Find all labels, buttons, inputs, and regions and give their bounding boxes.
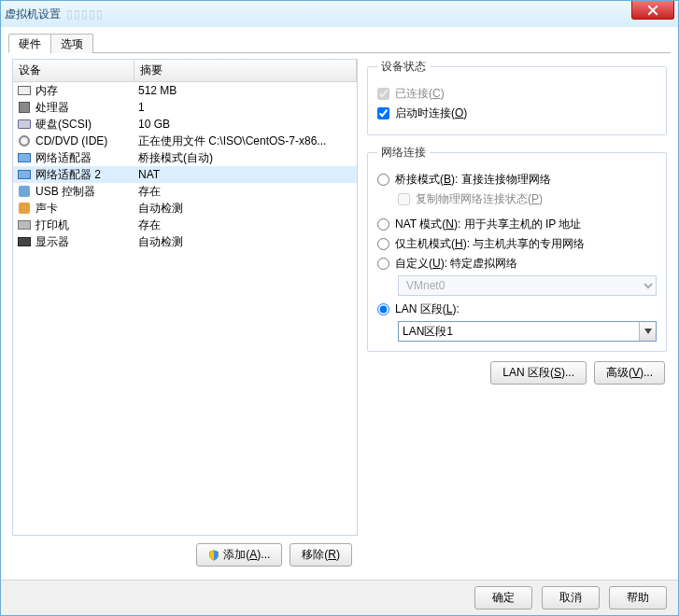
lan-label: LAN 区段(L): xyxy=(395,301,460,317)
help-button[interactable]: 帮助 xyxy=(609,586,667,609)
device-detail-panel: 设备状态 已连接(C) 启动时连接(O) 网络连接 桥接模式(B): 直接连接物 xyxy=(367,59,667,574)
device-row[interactable]: 处理器1 xyxy=(13,99,357,116)
device-list-buttons: 添加(A)... 移除(R) xyxy=(12,536,358,574)
titlebar: 虚拟机设置 ▯▯▯▯▯ xyxy=(1,1,678,27)
device-name: 打印机 xyxy=(35,217,138,233)
advanced-label: 高级(V)... xyxy=(606,365,653,381)
custom-radio[interactable] xyxy=(377,258,389,270)
connect-at-poweron-label: 启动时连接(O) xyxy=(395,105,467,121)
usb-icon xyxy=(17,184,32,199)
tab-strip: 硬件 选项 xyxy=(8,33,671,53)
device-row[interactable]: 硬盘(SCSI)10 GB xyxy=(13,116,357,133)
hostonly-radio[interactable] xyxy=(377,238,389,250)
custom-radio-row[interactable]: 自定义(U): 特定虚拟网络 xyxy=(377,256,657,272)
device-list-header: 设备 摘要 xyxy=(13,60,357,82)
device-row[interactable]: 网络适配器桥接模式(自动) xyxy=(13,149,357,166)
window-title: 虚拟机设置 xyxy=(5,7,61,22)
nat-label: NAT 模式(N): 用于共享主机的 IP 地址 xyxy=(395,217,581,232)
device-name: 处理器 xyxy=(35,100,138,116)
disk-icon xyxy=(17,117,32,132)
connected-checkbox xyxy=(377,88,389,100)
device-name: 网络适配器 2 xyxy=(35,167,138,183)
device-summary: 桥接模式(自动) xyxy=(138,150,353,166)
device-summary: 1 xyxy=(138,101,353,114)
hostonly-label: 仅主机模式(H): 与主机共享的专用网络 xyxy=(395,236,585,252)
ok-button[interactable]: 确定 xyxy=(474,586,532,609)
custom-vmnet-select: VMnet0 xyxy=(398,275,657,296)
tab-options[interactable]: 选项 xyxy=(50,34,93,53)
help-label: 帮助 xyxy=(627,590,649,606)
add-button[interactable]: 添加(A)... xyxy=(196,543,282,567)
device-summary: 正在使用文件 C:\ISO\CentOS-7-x86... xyxy=(138,133,353,149)
tab-options-label: 选项 xyxy=(61,37,83,50)
chevron-down-icon xyxy=(644,329,652,334)
remove-label: 移除(R) xyxy=(302,547,340,563)
device-name: 声卡 xyxy=(35,201,138,217)
connect-at-poweron-row[interactable]: 启动时连接(O) xyxy=(377,105,657,121)
replicate-checkbox xyxy=(398,193,410,205)
device-row[interactable]: 显示器自动检测 xyxy=(13,233,357,250)
device-summary: 存在 xyxy=(138,184,353,200)
col-summary[interactable]: 摘要 xyxy=(134,60,357,81)
col-device[interactable]: 设备 xyxy=(13,60,134,81)
device-row[interactable]: 声卡自动检测 xyxy=(13,200,357,217)
device-name: USB 控制器 xyxy=(35,184,138,200)
device-summary: 存在 xyxy=(138,217,353,233)
titlebar-ghost: ▯▯▯▯▯ xyxy=(66,7,104,21)
combo-arrow[interactable] xyxy=(639,322,656,341)
custom-label: 自定义(U): 特定虚拟网络 xyxy=(395,256,517,272)
device-name: 硬盘(SCSI) xyxy=(35,117,138,133)
device-list[interactable]: 内存512 MB处理器1硬盘(SCSI)10 GBCD/DVD (IDE)正在使… xyxy=(13,82,357,535)
cd-icon xyxy=(17,133,32,148)
ok-label: 确定 xyxy=(492,590,515,606)
replicate-row: 复制物理网络连接状态(P) xyxy=(398,191,657,207)
device-summary: NAT xyxy=(138,168,353,181)
dialog-footer: 确定 取消 帮助 xyxy=(1,580,678,615)
device-row[interactable]: 打印机存在 xyxy=(13,217,357,233)
lan-segment-combo[interactable] xyxy=(398,321,657,342)
connected-label: 已连接(C) xyxy=(395,86,445,102)
cpu-icon xyxy=(17,100,32,115)
device-status-group: 设备状态 已连接(C) 启动时连接(O) xyxy=(367,59,667,135)
device-row[interactable]: CD/DVD (IDE)正在使用文件 C:\ISO\CentOS-7-x86..… xyxy=(13,133,357,149)
lan-radio-row[interactable]: LAN 区段(L): xyxy=(377,301,657,317)
device-row[interactable]: 网络适配器 2NAT xyxy=(13,166,357,183)
close-icon xyxy=(647,5,658,16)
device-row[interactable]: USB 控制器存在 xyxy=(13,183,357,200)
network-extra-buttons: LAN 区段(S)... 高级(V)... xyxy=(367,361,667,385)
connect-at-poweron-checkbox[interactable] xyxy=(377,107,389,119)
lan-segments-label: LAN 区段(S)... xyxy=(502,365,574,381)
tab-body: 设备 摘要 内存512 MB处理器1硬盘(SCSI)10 GBCD/DVD (I… xyxy=(8,53,671,580)
tab-hardware[interactable]: 硬件 xyxy=(8,34,51,53)
lan-segments-button[interactable]: LAN 区段(S)... xyxy=(490,361,587,385)
prn-icon xyxy=(17,217,32,232)
nat-radio[interactable] xyxy=(377,218,389,231)
mon-icon xyxy=(17,234,32,249)
advanced-button[interactable]: 高级(V)... xyxy=(594,361,665,385)
device-row[interactable]: 内存512 MB xyxy=(13,82,357,99)
connected-checkbox-row: 已连接(C) xyxy=(377,86,657,102)
cancel-button[interactable]: 取消 xyxy=(542,586,600,609)
add-label: 添加(A)... xyxy=(223,547,270,563)
net-icon xyxy=(17,167,32,182)
nat-radio-row[interactable]: NAT 模式(N): 用于共享主机的 IP 地址 xyxy=(377,217,657,232)
device-name: CD/DVD (IDE) xyxy=(35,134,138,147)
device-name: 显示器 xyxy=(35,234,138,250)
remove-button[interactable]: 移除(R) xyxy=(290,543,352,567)
lan-radio[interactable] xyxy=(377,303,389,315)
device-list-panel: 设备 摘要 内存512 MB处理器1硬盘(SCSI)10 GBCD/DVD (I… xyxy=(12,59,358,536)
client-area: 硬件 选项 设备 摘要 内存512 MB处理器1硬盘(SCSI)10 GBCD/… xyxy=(1,27,678,580)
settings-window: 虚拟机设置 ▯▯▯▯▯ 硬件 选项 设备 摘要 内存512 MB处理器1硬盘(S… xyxy=(0,0,679,616)
hostonly-radio-row[interactable]: 仅主机模式(H): 与主机共享的专用网络 xyxy=(377,236,657,252)
close-button[interactable] xyxy=(631,1,674,20)
network-connection-group: 网络连接 桥接模式(B): 直接连接物理网络 复制物理网络连接状态(P) NAT… xyxy=(367,145,667,352)
bridged-radio[interactable] xyxy=(377,174,389,186)
device-summary: 512 MB xyxy=(138,84,353,97)
device-summary: 自动检测 xyxy=(138,201,353,217)
lan-segment-input[interactable] xyxy=(398,321,657,342)
bridged-radio-row[interactable]: 桥接模式(B): 直接连接物理网络 xyxy=(377,172,657,188)
device-name: 网络适配器 xyxy=(35,150,138,166)
device-summary: 自动检测 xyxy=(138,234,353,250)
shield-icon xyxy=(208,550,219,561)
net-icon xyxy=(17,150,32,165)
